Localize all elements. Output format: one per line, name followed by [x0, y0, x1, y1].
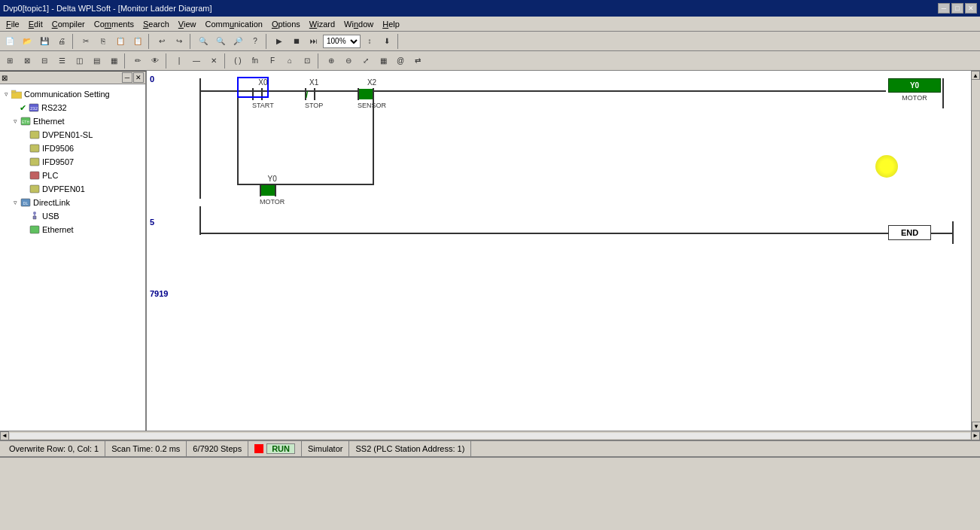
- y0-coil: Y0 MOTOR: [888, 78, 941, 102]
- ethernet-label: Ethernet: [33, 117, 65, 126]
- tree-node-rs232[interactable]: ✔ 232 RS232: [11, 101, 144, 114]
- t2-fn3[interactable]: ⌂: [282, 53, 298, 69]
- scroll-down-btn[interactable]: ▼: [972, 422, 980, 431]
- t2-btn3[interactable]: ⊟: [36, 53, 53, 69]
- dl-btn[interactable]: ⬇: [379, 33, 395, 50]
- paste2-button[interactable]: 📋: [129, 33, 146, 50]
- y0-p-fill: [261, 185, 275, 196]
- x1-symbol: /: [305, 88, 323, 100]
- redo-button[interactable]: ↪: [171, 33, 187, 50]
- close-button[interactable]: ✕: [965, 3, 977, 14]
- t2-coil[interactable]: ( ): [230, 53, 246, 69]
- status-bar: Overwrite Row: 0, Col: 1 Scan Time: 0.2 …: [0, 440, 980, 456]
- expand-ethernet[interactable]: ▿: [11, 117, 20, 126]
- t2-monitor[interactable]: 👁: [147, 53, 163, 69]
- diagram-canvas: 0 X0 START X1: [147, 71, 980, 431]
- sidebar-header-buttons: ─ ✕: [122, 72, 144, 83]
- menu-wizard[interactable]: Wizard: [305, 19, 339, 29]
- exp-eth-dl: [20, 225, 29, 234]
- menu-window[interactable]: Window: [339, 19, 378, 29]
- t2-fit[interactable]: ⤢: [358, 53, 374, 69]
- menu-comments[interactable]: Comments: [90, 19, 138, 29]
- t2-horiz[interactable]: —: [188, 53, 205, 69]
- t2-btn5[interactable]: ◫: [71, 53, 87, 69]
- menu-help[interactable]: Help: [378, 19, 404, 29]
- tree-node-directlink[interactable]: ▿ DL DirectLink: [11, 196, 144, 209]
- t2-vert[interactable]: |: [171, 53, 187, 69]
- t2-transfer[interactable]: ⇄: [409, 53, 426, 69]
- scroll-left-btn[interactable]: ◄: [0, 431, 9, 440]
- t2-btn2[interactable]: ⊠: [19, 53, 35, 69]
- t2-fn2[interactable]: F: [264, 53, 281, 69]
- paste-button[interactable]: 📋: [112, 33, 129, 50]
- svg-text:232: 232: [30, 106, 38, 111]
- zoom-in-button[interactable]: 🔍: [212, 33, 229, 50]
- svg-rect-9: [30, 172, 39, 179]
- simulator-text: Simulator: [308, 444, 342, 453]
- t2-fn4[interactable]: ⊡: [299, 53, 315, 69]
- new-button[interactable]: 📄: [2, 33, 18, 50]
- sidebar-close-btn[interactable]: ✕: [133, 72, 144, 83]
- t2-grid[interactable]: ▦: [375, 53, 391, 69]
- tree-node-ifd9506[interactable]: IFD9506: [20, 142, 144, 155]
- y0-p-right: [275, 184, 276, 196]
- run-btn[interactable]: ▶: [271, 33, 288, 50]
- cut-button[interactable]: ✂: [78, 33, 94, 50]
- tree-node-dvpfen01[interactable]: DVPFEN01: [20, 182, 144, 196]
- t2-del[interactable]: ✕: [205, 53, 222, 69]
- h-scrollbar[interactable]: ◄ ►: [0, 431, 980, 440]
- tsep1: [124, 53, 127, 69]
- menu-file[interactable]: File: [2, 19, 24, 29]
- tree-node-ethernet-dl[interactable]: Ethernet: [20, 223, 144, 236]
- t2-zoomin[interactable]: ⊕: [323, 53, 339, 69]
- y0-parallel-sublabel: MOTOR: [260, 198, 285, 206]
- stop-btn[interactable]: ⏹: [288, 33, 305, 50]
- dvpfen01-label: DVPFEN01: [42, 184, 85, 193]
- zoom-out-button[interactable]: 🔎: [230, 33, 246, 50]
- t2-addr[interactable]: @: [392, 53, 409, 69]
- comm-btn[interactable]: ↕: [361, 33, 378, 50]
- menu-compiler[interactable]: Compiler: [47, 19, 90, 29]
- save-button[interactable]: 💾: [36, 33, 53, 50]
- menu-edit[interactable]: Edit: [24, 19, 47, 29]
- tree-node-plc[interactable]: PLC: [20, 169, 144, 182]
- tree-node-comm-setting[interactable]: ▿ Communication Setting: [2, 87, 144, 101]
- y0-coil-label: MOTOR: [888, 94, 941, 102]
- minimize-button[interactable]: ─: [938, 3, 950, 14]
- help-button[interactable]: ?: [247, 33, 263, 50]
- menu-view[interactable]: View: [174, 19, 201, 29]
- open-button[interactable]: 📂: [19, 33, 35, 50]
- zoom-dropdown[interactable]: 100% 75% 50%: [323, 35, 361, 48]
- copy-button[interactable]: ⎘: [95, 33, 111, 50]
- tree-node-ifd9507[interactable]: IFD9507: [20, 155, 144, 169]
- svg-text:ETH: ETH: [22, 120, 29, 124]
- scroll-right-btn[interactable]: ►: [971, 431, 980, 440]
- t2-fn[interactable]: fn: [247, 53, 263, 69]
- t2-btn7[interactable]: ▦: [105, 53, 122, 69]
- x1-sublabel: STOP: [305, 102, 323, 109]
- tree-node-ethernet[interactable]: ▿ ETH Ethernet: [11, 114, 144, 128]
- t2-btn6[interactable]: ▤: [88, 53, 105, 69]
- diagram-area[interactable]: 0 X0 START X1: [147, 71, 980, 431]
- t2-zoomout[interactable]: ⊖: [340, 53, 357, 69]
- menu-options[interactable]: Options: [267, 19, 305, 29]
- scroll-top-right[interactable]: ▲: [971, 71, 980, 80]
- undo-button[interactable]: ↩: [154, 33, 170, 50]
- directlink-icon: DL: [20, 196, 32, 209]
- menu-search[interactable]: Search: [138, 19, 174, 29]
- print-button[interactable]: 🖨: [53, 33, 70, 50]
- tree-node-dvpen01-sl[interactable]: DVPEN01-SL: [20, 128, 144, 142]
- t2-btn4[interactable]: ☰: [53, 53, 70, 69]
- t2-btn1[interactable]: ⊞: [2, 53, 18, 69]
- find-button[interactable]: 🔍: [195, 33, 212, 50]
- sidebar-collapse-btn[interactable]: ─: [122, 72, 132, 83]
- t2-edit[interactable]: ✏: [129, 53, 146, 69]
- tree-node-usb[interactable]: USB: [20, 209, 144, 223]
- expand-comm-setting[interactable]: ▿: [2, 90, 11, 99]
- expand-directlink[interactable]: ▿: [11, 198, 20, 207]
- menu-communication[interactable]: Communication: [200, 19, 266, 29]
- svg-rect-7: [30, 145, 39, 152]
- maximize-button[interactable]: □: [951, 3, 963, 14]
- step-btn[interactable]: ⏭: [306, 33, 322, 50]
- v-scrollbar[interactable]: ▲ ▼: [971, 71, 980, 431]
